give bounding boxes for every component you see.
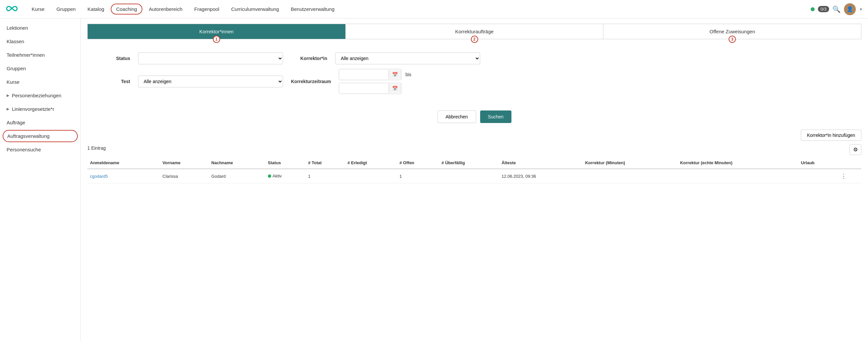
topnav-right: 0/3 🔍 👤 ▼ [811,3,863,15]
bis-label: bis [405,72,411,77]
logo[interactable] [5,2,19,16]
col-erledigt: # Erledigt [345,157,397,169]
entry-count: 1 Eintrag [87,145,106,151]
tab-korrekturauftraege[interactable]: Korrekturaufträge 2 [346,24,604,39]
cell-vorname: Clarissa [160,169,209,183]
table-header: Anmeldename Vorname Nachname Status # To… [87,157,861,169]
tab-korrektorinnen[interactable]: Korrektor*innen 1 [88,24,346,39]
tabs: Korrektor*innen 1 Korrekturaufträge 2 Of… [87,24,861,39]
date-from-input-container: 📅 [339,69,401,80]
layout: Lektionen Klassen Teilnehmer*innen Grupp… [0,19,868,341]
date-to-input-container: 📅 [339,83,401,94]
nav-coaching[interactable]: Coaching [111,4,142,15]
col-urlaub: Urlaub [799,157,838,169]
table-row: cgodard5 Clarissa Godard Aktiv 1 1 12.06… [87,169,861,183]
sidebar: Lektionen Klassen Teilnehmer*innen Grupp… [0,19,81,341]
filter-row-1: Status Korrektor*in Alle anzeigen [87,52,861,64]
topnav: Kurse Gruppen Katalog Coaching Autorenbe… [0,0,868,19]
cell-aelteste: 12.06.2023, 09:36 [499,169,583,183]
cell-urlaub [799,169,838,183]
chevron-right-icon: ▶ [7,93,9,97]
sidebar-item-personenbeziehungen[interactable]: ▶ Personenbeziehungen [0,89,81,102]
col-korrektur-min: Korrektur (Minuten) [582,157,677,169]
sidebar-item-kurse[interactable]: Kurse [0,75,81,89]
cell-nachname: Godard [209,169,265,183]
chevron-right-icon: ▶ [7,107,9,111]
korrektoren-table: Anmeldename Vorname Nachname Status # To… [87,157,861,183]
sidebar-item-auftraege[interactable]: Aufträge [0,116,81,129]
status-badge: Aktiv [268,173,282,178]
sidebar-item-lektionen[interactable]: Lektionen [0,21,81,35]
sidebar-item-gruppen[interactable]: Gruppen [0,62,81,75]
nav-gruppen[interactable]: Gruppen [51,4,81,15]
cell-status: Aktiv [265,169,306,183]
sidebar-item-teilnehmerinnen[interactable]: Teilnehmer*innen [0,48,81,62]
calendar-to-icon[interactable]: 📅 [389,84,401,93]
tab-offene-zuweisungen[interactable]: Offene Zuweisungen 3 [603,24,861,39]
nav-katalog[interactable]: Katalog [82,4,110,15]
status-select-container [138,52,283,64]
col-anmeldename: Anmeldename [87,157,160,169]
main-content: Korrektor*innen 1 Korrekturaufträge 2 Of… [81,19,868,341]
cell-more[interactable]: ⋮ [838,169,861,183]
search-icon[interactable]: 🔍 [832,5,841,13]
test-select[interactable]: Alle anzeigen [138,76,283,87]
sidebar-item-klassen[interactable]: Klassen [0,35,81,48]
add-row: Korrektor*in hinzufügen [87,130,861,141]
task-badge[interactable]: 0/3 [818,6,829,12]
col-total: # Total [306,157,345,169]
test-select-container: Alle anzeigen [138,76,283,87]
date-to-input[interactable] [339,83,389,94]
table-container: Anmeldename Vorname Nachname Status # To… [87,157,861,183]
cell-korrektur-echt [678,169,799,183]
korrektorzeitraum-group: Korrekturzeitraum 📅 bis [291,69,861,94]
tab-badge-3: 3 [728,36,736,43]
filter-form: Status Korrektor*in Alle anzeigen [87,47,861,104]
sidebar-item-auftragsverwaltung[interactable]: Auftragsverwaltung [3,130,78,142]
col-nachname: Nachname [209,157,265,169]
korrektor-select[interactable]: Alle anzeigen [335,52,480,64]
nav-benutzerverwaltung[interactable]: Benutzerverwaltung [286,4,340,15]
date-from-input[interactable] [339,69,389,80]
search-button[interactable]: Suchen [480,111,512,123]
status-select[interactable] [138,52,283,64]
col-offen: # Offen [397,157,439,169]
korrektor-select-container: Alle anzeigen [335,52,480,64]
cell-total: 1 [306,169,345,183]
cancel-button[interactable]: Abbrechen [437,111,476,123]
more-options-icon[interactable]: ⋮ [841,173,846,179]
avatar[interactable]: 👤 [844,3,856,15]
korrektorzeitraum-label: Korrekturzeitraum [291,79,331,84]
action-row: Abbrechen Suchen [87,111,861,123]
sidebar-item-linienvorgesetzte[interactable]: ▶ Linienvorgesetzte*r [0,102,81,116]
nav-kurse[interactable]: Kurse [26,4,50,15]
calendar-from-icon[interactable]: 📅 [389,70,401,79]
col-korrektur-echt: Korrektur (echte Minuten) [678,157,799,169]
filter-row-2: Test Alle anzeigen Korrekturzeitraum 📅 [87,69,861,94]
tab-badge-1: 1 [213,36,220,43]
date-range-from: 📅 bis [339,69,412,80]
add-korrektor-button[interactable]: Korrektor*in hinzufügen [801,130,861,141]
nav-curriculumverwaltung[interactable]: Curriculumverwaltung [226,4,284,15]
sidebar-item-personensuche[interactable]: Personensuche [0,143,81,156]
date-range-to: 📅 [339,83,412,94]
nav-fragenpool[interactable]: Fragenpool [189,4,225,15]
col-ueberfaellig: # Überfällig [439,157,499,169]
col-status: Status [265,157,306,169]
nav-items: Kurse Gruppen Katalog Coaching Autorenbe… [26,4,811,15]
avatar-chevron[interactable]: ▼ [859,7,863,11]
status-label: Status [87,56,130,61]
cell-anmeldename[interactable]: cgodard5 [87,169,160,183]
col-actions [838,157,861,169]
test-label: Test [87,79,130,84]
col-vorname: Vorname [160,157,209,169]
gear-button[interactable]: ⚙ [849,144,861,155]
status-indicator [811,7,815,11]
nav-autorenbereich[interactable]: Autorenbereich [144,4,188,15]
col-aelteste: Älteste [499,157,583,169]
korrektor-filter-group: Korrektor*in Alle anzeigen [291,52,861,64]
cell-offen: 1 [397,169,439,183]
cell-erledigt [345,169,397,183]
korrektor-label: Korrektor*in [291,56,327,61]
cell-korrektur-min [582,169,677,183]
